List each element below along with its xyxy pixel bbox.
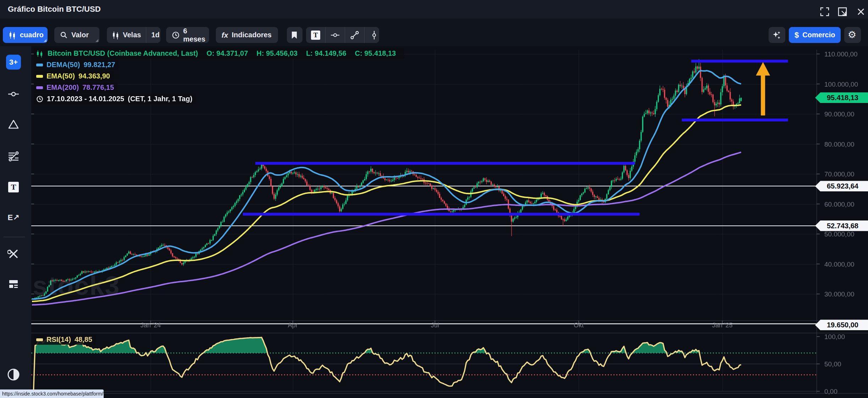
popout-icon[interactable]	[837, 6, 848, 17]
bookmark-icon	[291, 31, 298, 39]
horizontal-line-icon	[331, 31, 340, 40]
settings-button[interactable]: ⚙	[844, 27, 861, 43]
sparkles-icon	[772, 31, 781, 40]
chart-type-button[interactable]: cuadro	[3, 27, 48, 43]
stock3-watermark: stock3	[33, 271, 120, 301]
time-axis-label: Apr	[288, 322, 298, 329]
toolbar: cuadro Valor Velas 1d 6 meses fx Indicad…	[0, 18, 868, 46]
rsi-value: 48,85	[75, 336, 92, 344]
ema50-color-chip	[36, 75, 43, 78]
contrast-toggle[interactable]	[6, 367, 21, 382]
price-level-badge: 19.650,00	[815, 320, 868, 330]
symbol-name: Bitcoin BTC/USD (Coinbase Advanced, Last…	[48, 49, 198, 58]
search-icon	[60, 31, 68, 39]
fx-icon: fx	[222, 31, 228, 39]
gear-icon: ⚙	[848, 30, 856, 40]
close-icon[interactable]	[856, 6, 866, 17]
date-range-row[interactable]: 17.10.2023 - 14.01.2025 (CET, 1 Jahr, 1 …	[34, 94, 196, 104]
symbol-legend-row[interactable]: Bitcoin BTC/USD (Coinbase Advanced, Last…	[34, 48, 404, 59]
horizontal-line-tool[interactable]	[6, 87, 21, 102]
sidebar-divider	[4, 237, 25, 237]
ema200-value: 78.776,15	[82, 83, 114, 92]
rsi-legend[interactable]: RSI(14) 48,85	[34, 334, 96, 346]
interval-button[interactable]: 1d	[146, 27, 164, 43]
text-tool[interactable]: T	[6, 180, 21, 195]
trade-button[interactable]: $ Comercio	[789, 27, 841, 43]
high-value: H: 95.456,03	[257, 49, 298, 58]
status-url-tooltip: https://inside.stock3.com/homebase/platt…	[0, 389, 104, 398]
text-tool-icon: T	[311, 31, 320, 40]
corner-fold	[95, 39, 98, 42]
dema-legend-row[interactable]: DEMA(50) 99.821,27	[34, 60, 119, 70]
date-range-meta: (CET, 1 Jahr, 1 Tag)	[128, 95, 192, 103]
time-axis-label: Jan '24	[141, 322, 161, 329]
chart-legend: Bitcoin BTC/USD (Coinbase Advanced, Last…	[34, 48, 404, 105]
interval-label: 1d	[151, 31, 159, 39]
low-value: L: 94.149,56	[306, 49, 346, 58]
ema200-label: EMA(200)	[47, 83, 79, 92]
candle-style-button[interactable]: Velas	[107, 27, 146, 43]
fullscreen-icon[interactable]	[819, 6, 830, 17]
current-price-badge: 95.418,13	[815, 92, 868, 103]
range-button[interactable]: 6 meses	[166, 27, 209, 43]
range-label: 6 meses	[183, 27, 205, 43]
dema-label: DEMA(50)	[47, 61, 80, 69]
symbol-search-button[interactable]: Valor	[54, 27, 99, 43]
titlebar: Gráfico Bitcoin BTC/USD	[0, 0, 868, 18]
layout-panels-button[interactable]	[6, 277, 21, 291]
rsi-color-chip	[36, 338, 43, 341]
dema-color-chip	[36, 64, 43, 66]
indicators-label: Indicadores	[232, 31, 272, 39]
stock3-plus-logo[interactable]: 3+	[6, 55, 21, 70]
trendline-icon	[350, 31, 359, 40]
chart-type-label: cuadro	[20, 31, 44, 39]
clock-icon	[172, 31, 180, 39]
ema50-label: EMA(50)	[47, 72, 75, 80]
vline-tool-button[interactable]	[364, 27, 384, 43]
ema50-value: 94.363,90	[78, 72, 110, 80]
ema50-legend-row[interactable]: EMA(50) 94.363,90	[34, 71, 114, 81]
candlestick-icon	[112, 31, 120, 39]
indicators-button[interactable]: fx Indicadores	[216, 27, 278, 43]
candle-interval-group: Velas 1d	[107, 27, 160, 43]
time-axis-label: Jul	[431, 322, 439, 329]
dollar-icon: $	[795, 31, 799, 40]
bookmark-button[interactable]	[287, 27, 302, 43]
dema-value: 99.821,27	[83, 61, 115, 69]
indicator-lines-tool[interactable]	[6, 149, 21, 164]
text-tool-button[interactable]: T	[306, 27, 325, 43]
price-level-badge: 65.923,64	[815, 181, 868, 191]
close-value: C: 95.418,13	[355, 49, 396, 58]
vertical-line-icon	[370, 31, 379, 40]
price-level-badge: 52.743,68	[815, 220, 868, 231]
trading-window: { "window": { "title": "Gráfico Bitcoin …	[0, 0, 868, 398]
window-title: Gráfico Bitcoin BTC/USD	[8, 5, 101, 14]
corner-fold	[44, 39, 47, 42]
symbol-search-label: Valor	[71, 31, 89, 39]
candlestick-icon	[9, 31, 16, 39]
tools-button[interactable]	[6, 246, 21, 261]
trade-label: Comercio	[802, 31, 835, 39]
ema200-legend-row[interactable]: EMA(200) 78.776,15	[34, 82, 118, 93]
clock-icon	[36, 96, 43, 103]
hline-tool-button[interactable]	[325, 27, 345, 43]
open-value: O: 94.371,07	[207, 49, 248, 58]
rsi-label: RSI(14)	[47, 336, 71, 344]
ema200-color-chip	[36, 86, 43, 89]
drawing-tools-group: T	[306, 27, 379, 43]
time-axis-label: Jan '25	[712, 322, 732, 329]
drawing-sidebar: 3+ T E↗	[0, 46, 31, 398]
text-tool-icon: T	[8, 182, 19, 192]
candles-label: Velas	[123, 31, 141, 39]
trend-arrow-tool[interactable]: E↗	[6, 210, 21, 225]
magic-button[interactable]	[769, 27, 785, 43]
mini-candles-icon	[36, 50, 43, 58]
date-range: 17.10.2023 - 14.01.2025	[47, 95, 124, 103]
time-axis-label: Okt	[574, 322, 584, 329]
trendline-tool-button[interactable]	[345, 27, 364, 43]
triangle-tool[interactable]	[6, 117, 21, 132]
